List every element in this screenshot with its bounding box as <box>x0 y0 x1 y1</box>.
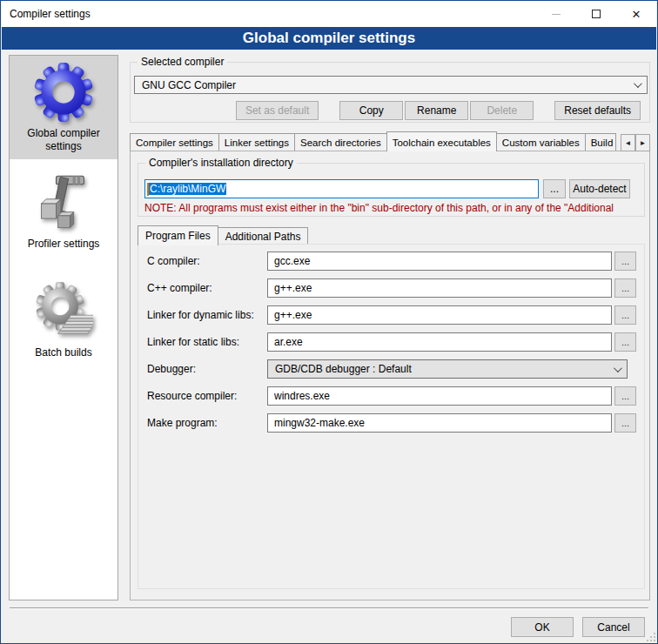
chevron-down-icon <box>634 79 642 88</box>
sidebar-item-label: Global compiler settings <box>11 127 116 153</box>
resource-compiler-browse-button[interactable]: ... <box>614 386 636 406</box>
sidebar-item-global-compiler-settings[interactable]: Global compiler settings <box>10 56 118 159</box>
linker-for-dynamic-libs-input[interactable] <box>267 305 612 325</box>
tab-label: Build <box>591 138 614 148</box>
field-label: Linker for dynamic libs: <box>147 309 254 321</box>
field-label: C compiler: <box>147 255 200 267</box>
toolchain-field-row: C compiler: ... <box>138 252 644 271</box>
field-label: Linker for static libs: <box>147 336 239 348</box>
content-area: Selected compiler GNU GCC Compiler Set a… <box>130 55 652 600</box>
reset-defaults-button[interactable]: Reset defaults <box>554 101 641 120</box>
subtab-label: Additional Paths <box>225 231 301 243</box>
tab-build[interactable]: Build <box>585 133 616 151</box>
installation-directory-browse-button[interactable]: ... <box>543 179 566 198</box>
program-files-subtabs: Program FilesAdditional Paths <box>138 225 307 245</box>
toolchain-field-row: Resource compiler: ... <box>138 386 644 406</box>
installation-directory-group: Compiler's installation directory C:\ray… <box>138 163 645 217</box>
rename-button[interactable]: Rename <box>405 101 468 120</box>
tab-search-directories[interactable]: Search directories <box>294 133 387 151</box>
c-compiler-input[interactable] <box>267 252 612 271</box>
c++-compiler-browse-button[interactable]: ... <box>614 278 636 298</box>
tab-label: Custom variables <box>502 138 580 148</box>
bin-subdirectory-note: NOTE: All programs must exist either in … <box>144 202 642 214</box>
toolchain-field-row: Linker for static libs: ... <box>138 332 644 352</box>
gray-gear-stack-icon <box>34 282 93 341</box>
field-select-value: GDB/CDB debugger : Default <box>275 363 614 375</box>
installation-directory-input[interactable]: C:\raylib\MinGW <box>144 179 539 198</box>
sidebar-item-profiler-settings[interactable]: Profiler settings <box>10 159 118 264</box>
footer-buttons: OK Cancel <box>511 617 645 637</box>
installation-directory-group-label: Compiler's installation directory <box>145 157 297 169</box>
chevron-down-icon <box>614 364 622 372</box>
subtab-additional-paths[interactable]: Additional Paths <box>218 227 309 245</box>
maximize-button[interactable] <box>576 1 616 27</box>
subtab-label: Program Files <box>145 230 211 242</box>
make-program-input[interactable] <box>267 413 612 433</box>
blue-gear-icon <box>34 63 93 122</box>
tab-label: Compiler settings <box>136 138 213 148</box>
main-tabs: Compiler settingsLinker settingsSearch d… <box>130 131 650 151</box>
installation-directory-row: C:\raylib\MinGW ... Auto-detect <box>138 179 644 198</box>
tab-scroll-arrows: ◄ ► <box>621 134 650 151</box>
delete-button[interactable]: Delete <box>470 101 534 120</box>
c++-compiler-input[interactable] <box>267 278 612 298</box>
sidebar: Global compiler settings Profiler settin… <box>9 55 118 600</box>
tab-label: Toolchain executables <box>393 138 491 148</box>
page-title: Global compiler settings <box>2 27 656 50</box>
sidebar-item-label: Batch builds <box>35 346 91 359</box>
minimize-icon <box>552 14 561 15</box>
sidebar-item-label: Profiler settings <box>28 238 100 251</box>
toolchain-field-row: Debugger: GDB/CDB debugger : Default <box>138 359 644 379</box>
compiler-settings-window: Compiler settings ✕ Global compiler sett… <box>0 0 658 644</box>
subtab-program-files[interactable]: Program Files <box>138 225 218 245</box>
minimize-button[interactable] <box>536 1 576 27</box>
linker-for-static-libs-browse-button[interactable]: ... <box>614 332 636 352</box>
tab-linker-settings[interactable]: Linker settings <box>218 133 295 151</box>
tab-label: Linker settings <box>225 138 289 148</box>
cancel-button[interactable]: Cancel <box>582 617 645 637</box>
footer-separator <box>10 607 648 609</box>
auto-detect-button[interactable]: Auto-detect <box>569 179 630 198</box>
tab-label: Search directories <box>300 138 381 148</box>
ok-button[interactable]: OK <box>511 617 574 637</box>
toolchain-field-row: Linker for dynamic libs: ... <box>138 305 644 325</box>
maximize-icon <box>592 10 601 18</box>
resource-compiler-input[interactable] <box>267 386 612 406</box>
window-controls: ✕ <box>536 1 656 27</box>
selected-compiler-group-label: Selected compiler <box>138 56 227 68</box>
titlebar: Compiler settings ✕ <box>2 1 656 27</box>
field-label: Make program: <box>147 417 218 429</box>
tab-scroll-left-button[interactable]: ◄ <box>621 134 635 151</box>
tab-compiler-settings[interactable]: Compiler settings <box>130 133 219 151</box>
compiler-action-buttons: Set as defaultCopyRenameDeleteReset defa… <box>131 101 641 120</box>
linker-for-static-libs-input[interactable] <box>267 332 612 352</box>
resize-grip-icon[interactable] <box>650 636 652 638</box>
set-as-default-button[interactable]: Set as default <box>236 101 319 120</box>
caliper-icon <box>34 173 93 232</box>
field-label: C++ compiler: <box>147 282 212 294</box>
debugger-select[interactable]: GDB/CDB debugger : Default <box>267 359 628 379</box>
make-program-browse-button[interactable]: ... <box>614 413 636 433</box>
c-compiler-browse-button[interactable]: ... <box>614 252 636 271</box>
field-label: Resource compiler: <box>147 390 237 402</box>
linker-for-dynamic-libs-browse-button[interactable]: ... <box>614 305 636 325</box>
compiler-select-value: GNU GCC Compiler <box>142 79 634 91</box>
close-button[interactable]: ✕ <box>616 1 656 27</box>
toolchain-field-row: C++ compiler: ... <box>138 278 644 298</box>
tab-scroll-right-button[interactable]: ► <box>635 134 650 151</box>
field-label: Debugger: <box>147 363 196 375</box>
copy-button[interactable]: Copy <box>339 101 403 120</box>
sidebar-item-batch-builds[interactable]: Batch builds <box>10 264 118 378</box>
toolchain-field-row: Make program: ... <box>138 413 644 433</box>
selected-compiler-group: Selected compiler GNU GCC Compiler Set a… <box>130 62 650 123</box>
close-icon: ✕ <box>632 9 641 20</box>
installation-directory-value: C:\raylib\MinGW <box>149 183 226 195</box>
program-files-pane: C compiler: ... C++ compiler: ... Linker… <box>138 244 645 589</box>
compiler-select[interactable]: GNU GCC Compiler <box>134 76 648 94</box>
window-title: Compiler settings <box>2 8 91 20</box>
tab-custom-variables[interactable]: Custom variables <box>496 133 586 151</box>
toolchain-executables-pane: Compiler's installation directory C:\ray… <box>130 151 650 600</box>
tab-toolchain-executables[interactable]: Toolchain executables <box>386 131 497 151</box>
